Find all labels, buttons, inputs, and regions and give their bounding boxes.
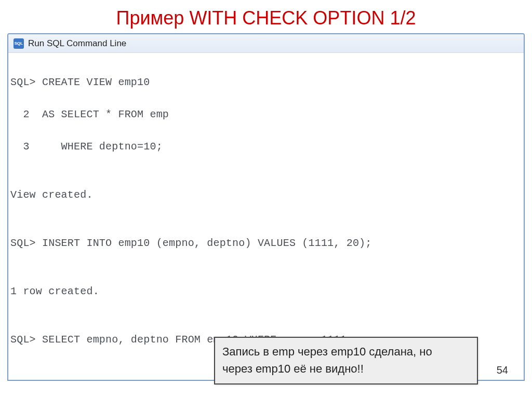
terminal-line: 1 row created.	[10, 283, 522, 299]
terminal-line: SQL> CREATE VIEW emp10	[10, 74, 522, 90]
window-title: Run SQL Command Line	[28, 38, 126, 49]
annotation-line-2: через emp10 её не видно!!	[222, 360, 470, 377]
window-titlebar: SQL Run SQL Command Line	[8, 34, 524, 53]
page-number: 54	[497, 364, 508, 376]
terminal-output: SQL> CREATE VIEW emp10 2 AS SELECT * FRO…	[8, 53, 524, 381]
terminal-window: SQL Run SQL Command Line SQL> CREATE VIE…	[7, 33, 525, 381]
terminal-line: 2 AS SELECT * FROM emp	[10, 106, 522, 122]
annotation-box: Запись в emp через emp10 сделана, но чер…	[214, 337, 478, 385]
slide-title: Пример WITH CHECK OPTION 1/2	[0, 0, 532, 33]
terminal-line: 3 WHERE deptno=10;	[10, 139, 522, 155]
terminal-line: View created.	[10, 187, 522, 203]
terminal-line: SQL> INSERT INTO emp10 (empno, deptno) V…	[10, 235, 522, 251]
sql-app-icon: SQL	[14, 38, 24, 49]
annotation-line-1: Запись в emp через emp10 сделана, но	[222, 343, 470, 360]
